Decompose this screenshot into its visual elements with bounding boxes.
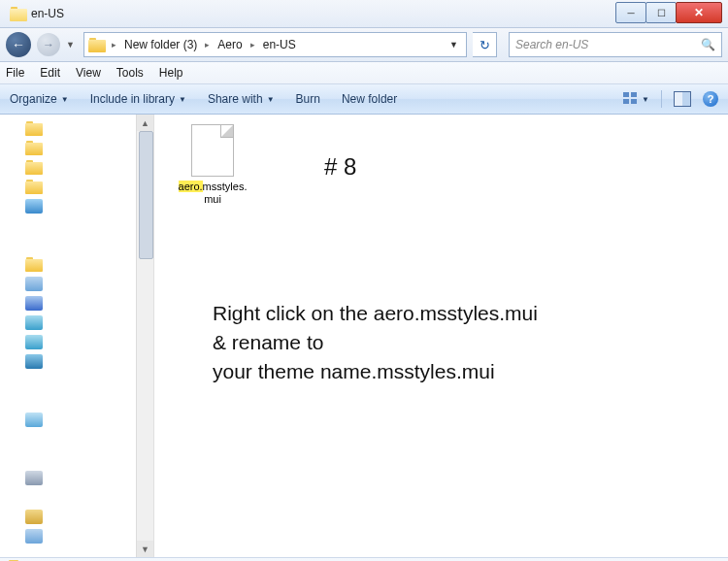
address-dropdown[interactable]: ▼ (446, 40, 462, 50)
svg-rect-0 (623, 92, 629, 97)
include-library-button[interactable]: Include in library▼ (90, 92, 186, 106)
nav-item[interactable] (25, 157, 153, 177)
search-placeholder: Search en-US (515, 38, 588, 51)
file-item[interactable]: aero.msstyles.mui (176, 124, 249, 206)
svg-rect-3 (631, 99, 637, 104)
refresh-button[interactable]: ↻ (473, 32, 497, 57)
organize-button[interactable]: Organize▼ (10, 92, 69, 106)
file-list-pane[interactable]: aero.msstyles.mui # 8 Right click on the… (154, 115, 728, 557)
nav-item[interactable] (25, 468, 153, 487)
file-rename-input[interactable]: aero.msstyles.mui (176, 181, 249, 206)
history-dropdown[interactable]: ▼ (66, 40, 78, 50)
menubar: File Edit View Tools Help (0, 62, 728, 84)
search-input[interactable]: Search en-US 🔍 (509, 32, 722, 57)
burn-button[interactable]: Burn (296, 92, 320, 106)
nav-item[interactable] (25, 526, 153, 545)
view-options-button[interactable]: ▼ (623, 92, 649, 106)
menu-view[interactable]: View (76, 66, 101, 80)
nav-item[interactable] (25, 196, 153, 215)
new-folder-button[interactable]: New folder (342, 92, 397, 106)
nav-item[interactable] (25, 118, 153, 138)
nav-item[interactable] (25, 254, 153, 274)
scroll-thumb[interactable] (139, 131, 153, 259)
help-icon[interactable]: ? (703, 91, 718, 107)
menu-help[interactable]: Help (159, 66, 183, 80)
separator (661, 90, 662, 108)
window-title: en-US (31, 7, 64, 20)
titlebar: en-US ─ ☐ ✕ (0, 0, 728, 28)
menu-edit[interactable]: Edit (40, 66, 60, 80)
chevron-right-icon[interactable]: ▸ (248, 40, 257, 50)
folder-icon (88, 38, 106, 52)
nav-item[interactable] (25, 138, 153, 157)
explorer-window: en-US ─ ☐ ✕ ← → ▼ ▸ New folder (3) ▸ Aer… (0, 0, 728, 561)
file-icon (191, 124, 234, 177)
nav-item[interactable] (25, 507, 153, 526)
scroll-down-button[interactable]: ▼ (137, 541, 153, 557)
scroll-up-button[interactable]: ▲ (137, 115, 153, 131)
folder-icon (10, 7, 25, 20)
svg-rect-2 (623, 99, 629, 104)
navigation-pane[interactable]: ▲ ▼ (0, 115, 154, 557)
close-button[interactable]: ✕ (676, 2, 722, 23)
breadcrumb-seg[interactable]: New folder (3) (122, 38, 199, 51)
menu-tools[interactable]: Tools (116, 66, 144, 80)
nav-item[interactable] (25, 274, 153, 293)
annotation-step: # 8 (324, 153, 356, 181)
menu-file[interactable]: File (6, 66, 24, 80)
maximize-button[interactable]: ☐ (645, 2, 677, 23)
nav-item[interactable] (25, 313, 153, 332)
window-controls: ─ ☐ ✕ (616, 2, 722, 23)
breadcrumb-seg[interactable]: Aero (215, 38, 244, 51)
breadcrumb-seg[interactable]: en-US (261, 38, 298, 51)
back-button[interactable]: ← (6, 32, 31, 57)
address-bar[interactable]: ▸ New folder (3) ▸ Aero ▸ en-US ▼ (83, 32, 467, 57)
nav-item[interactable] (25, 351, 153, 371)
chevron-right-icon[interactable]: ▸ (203, 40, 212, 50)
search-icon[interactable]: 🔍 (701, 38, 715, 51)
annotation-text: Right click on the aero.msstyles.mui & r… (213, 299, 538, 386)
nav-item[interactable] (25, 332, 153, 351)
chevron-right-icon[interactable]: ▸ (110, 40, 118, 50)
status-bar: 1 item (0, 557, 728, 561)
nav-row: ← → ▼ ▸ New folder (3) ▸ Aero ▸ en-US ▼ … (0, 28, 728, 62)
minimize-button[interactable]: ─ (615, 2, 646, 23)
explorer-body: ▲ ▼ aero.msstyles.mui # 8 Right click on… (0, 115, 728, 557)
nav-scrollbar[interactable]: ▲ ▼ (136, 115, 153, 557)
nav-item[interactable] (25, 177, 153, 196)
forward-button[interactable]: → (37, 33, 60, 56)
svg-rect-1 (631, 92, 637, 97)
nav-item[interactable] (25, 410, 153, 429)
command-bar: Organize▼ Include in library▼ Share with… (0, 84, 728, 115)
nav-item[interactable] (25, 293, 153, 313)
share-with-button[interactable]: Share with▼ (208, 92, 275, 106)
preview-pane-button[interactable] (674, 91, 691, 107)
